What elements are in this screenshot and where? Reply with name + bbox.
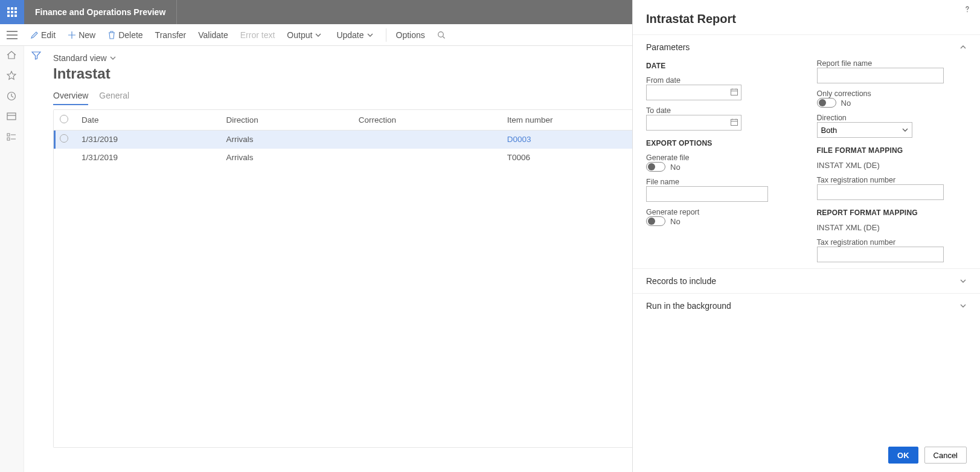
only-corrections-value: No [841, 99, 851, 108]
section-records-header[interactable]: Records to include [633, 268, 980, 293]
group-export-options: EXPORT OPTIONS [646, 139, 796, 147]
funnel-icon [31, 51, 41, 60]
file-format-value: INSTAT XML (DE) [817, 161, 967, 170]
label-report-file-name: Report file name [817, 59, 967, 68]
cell-correction [353, 131, 501, 149]
svg-rect-3 [7, 134, 10, 136]
svg-point-0 [438, 31, 443, 37]
options-button[interactable]: Options [390, 24, 431, 46]
label-report-tax-reg: Tax registration number [817, 238, 967, 247]
panel-title: Intrastat Report [633, 0, 980, 34]
col-direction[interactable]: Direction [220, 110, 352, 131]
parameters-right-col: Report file name Only corrections No Dir… [817, 59, 967, 262]
label-file-name: File name [646, 178, 796, 186]
cancel-button[interactable]: Cancel [924, 447, 967, 464]
cell-date: 1/31/2019 [75, 131, 220, 149]
validate-button[interactable]: Validate [192, 24, 234, 46]
ok-button[interactable]: OK [888, 447, 918, 464]
section-parameters-header[interactable]: Parameters [633, 34, 980, 59]
label-only-corrections: Only corrections [817, 89, 967, 98]
section-background-header[interactable]: Run in the background [633, 293, 980, 318]
output-menu[interactable]: Output [281, 24, 330, 46]
generate-report-toggle[interactable] [646, 216, 665, 226]
cell-direction: Arrivals [220, 131, 352, 149]
home-icon[interactable] [6, 50, 18, 62]
cell-correction [353, 149, 501, 167]
parameters-left-col: DATE From date To date EXPORT OPTIONS Ge… [646, 59, 796, 262]
report-format-value: INSTAT XML (DE) [817, 223, 967, 232]
label-file-tax-reg: Tax registration number [817, 176, 967, 184]
search-icon [437, 31, 446, 39]
label-direction: Direction [817, 114, 967, 122]
generate-file-value: No [670, 163, 681, 172]
left-rail [0, 46, 24, 472]
label-generate-file: Generate file [646, 154, 796, 162]
to-date-field [646, 115, 741, 131]
help-button[interactable] [963, 5, 972, 13]
question-icon [963, 5, 972, 13]
search-button[interactable] [431, 24, 454, 46]
file-tax-reg-input[interactable] [817, 184, 944, 200]
chevron-down-icon [959, 302, 967, 309]
delete-button[interactable]: Delete [101, 24, 149, 46]
from-date-field [646, 85, 741, 100]
section-parameters-body: DATE From date To date EXPORT OPTIONS Ge… [633, 59, 980, 268]
row-selector[interactable] [54, 131, 75, 149]
generate-report-value: No [670, 217, 681, 226]
filter-column [24, 46, 48, 472]
only-corrections-toggle-row: No [817, 98, 967, 108]
app-title: Finance and Operations Preview [24, 0, 177, 24]
update-menu[interactable]: Update [330, 24, 382, 46]
intrastat-report-panel: Intrastat Report Parameters DATE From da… [632, 0, 980, 472]
direction-select[interactable]: Both [817, 122, 912, 138]
generate-file-toggle-row: No [646, 162, 796, 172]
label-generate-report: Generate report [646, 208, 796, 216]
col-date[interactable]: Date [75, 110, 220, 131]
workspace-icon[interactable] [6, 111, 18, 123]
label-from-date: From date [646, 76, 796, 85]
select-all-header[interactable] [54, 110, 75, 131]
svg-rect-2 [7, 113, 16, 120]
chevron-down-icon [109, 54, 117, 62]
from-date-input[interactable] [646, 85, 741, 100]
report-tax-reg-input[interactable] [817, 247, 944, 262]
chevron-down-icon [367, 31, 374, 39]
delete-label: Delete [118, 30, 143, 40]
trash-icon [107, 31, 116, 39]
new-label: New [78, 30, 95, 40]
only-corrections-toggle[interactable] [817, 98, 836, 108]
panel-footer: OK Cancel [633, 438, 980, 472]
row-selector[interactable] [54, 149, 75, 167]
group-report-format: REPORT FORMAT MAPPING [817, 209, 967, 217]
group-date: DATE [646, 62, 796, 70]
new-button[interactable]: New [62, 24, 101, 46]
plus-icon [68, 31, 76, 39]
nav-toggle-button[interactable] [0, 24, 24, 46]
edit-button[interactable]: Edit [24, 24, 62, 46]
modules-icon[interactable] [6, 132, 18, 144]
generate-file-toggle[interactable] [646, 162, 665, 172]
chevron-down-icon [959, 277, 967, 285]
star-icon[interactable] [6, 70, 18, 82]
cell-direction: Arrivals [220, 149, 352, 167]
col-correction[interactable]: Correction [353, 110, 501, 131]
svg-rect-4 [7, 138, 10, 140]
to-date-input[interactable] [646, 115, 741, 131]
chevron-up-icon [959, 44, 967, 51]
app-launcher-button[interactable] [0, 0, 24, 24]
file-name-input[interactable] [646, 186, 768, 202]
tab-general[interactable]: General [99, 91, 129, 105]
chevron-down-icon [315, 31, 322, 39]
recent-icon[interactable] [6, 91, 18, 103]
direction-select-wrap: Both [817, 122, 912, 138]
filter-button[interactable] [31, 51, 41, 472]
pencil-icon [30, 31, 39, 39]
edit-label: Edit [41, 30, 56, 40]
tab-overview[interactable]: Overview [53, 91, 88, 105]
label-to-date: To date [646, 106, 796, 115]
group-file-format: FILE FORMAT MAPPING [817, 146, 967, 155]
transfer-button[interactable]: Transfer [149, 24, 193, 46]
report-file-name-input[interactable] [817, 68, 944, 83]
waffle-icon [7, 7, 17, 17]
error-text-button: Error text [234, 24, 281, 46]
